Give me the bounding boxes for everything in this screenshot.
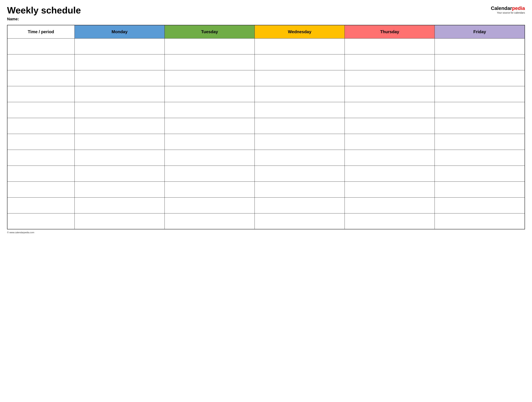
- schedule-cell[interactable]: [165, 150, 254, 166]
- schedule-cell[interactable]: [75, 150, 165, 166]
- schedule-cell[interactable]: [345, 182, 435, 197]
- schedule-cell[interactable]: [435, 102, 525, 118]
- schedule-cell[interactable]: [345, 134, 435, 150]
- logo-area: Calendarpedia Your source for calendars: [491, 5, 525, 14]
- schedule-cell[interactable]: [345, 197, 435, 213]
- schedule-cell[interactable]: [75, 102, 165, 118]
- schedule-cell[interactable]: [254, 86, 345, 102]
- time-cell[interactable]: [7, 197, 75, 213]
- schedule-cell[interactable]: [165, 38, 254, 54]
- schedule-cell[interactable]: [435, 118, 525, 134]
- page-header: Weekly schedule Name: Calendarpedia Your…: [7, 5, 525, 21]
- schedule-cell[interactable]: [75, 70, 165, 86]
- schedule-cell[interactable]: [75, 38, 165, 54]
- col-header-tuesday: Tuesday: [165, 25, 254, 38]
- schedule-cell[interactable]: [435, 134, 525, 150]
- col-header-wednesday: Wednesday: [254, 25, 345, 38]
- schedule-cell[interactable]: [345, 213, 435, 229]
- schedule-cell[interactable]: [254, 213, 345, 229]
- col-header-thursday: Thursday: [345, 25, 435, 38]
- time-cell[interactable]: [7, 38, 75, 54]
- schedule-cell[interactable]: [75, 213, 165, 229]
- footer: © www.calendarpedia.com: [7, 231, 525, 234]
- schedule-cell[interactable]: [345, 38, 435, 54]
- schedule-cell[interactable]: [254, 54, 345, 70]
- schedule-cell[interactable]: [435, 166, 525, 182]
- schedule-cell[interactable]: [165, 102, 254, 118]
- time-cell[interactable]: [7, 118, 75, 134]
- schedule-cell[interactable]: [165, 197, 254, 213]
- schedule-cell[interactable]: [435, 182, 525, 197]
- schedule-cell[interactable]: [435, 197, 525, 213]
- time-cell[interactable]: [7, 134, 75, 150]
- table-row: [7, 213, 525, 229]
- schedule-table: Time / period Monday Tuesday Wednesday T…: [7, 25, 525, 229]
- schedule-cell[interactable]: [75, 197, 165, 213]
- time-cell[interactable]: [7, 182, 75, 197]
- schedule-cell[interactable]: [75, 118, 165, 134]
- table-row: [7, 150, 525, 166]
- page-title: Weekly schedule: [7, 5, 81, 15]
- schedule-cell[interactable]: [254, 38, 345, 54]
- table-row: [7, 166, 525, 182]
- time-cell[interactable]: [7, 150, 75, 166]
- table-row: [7, 182, 525, 197]
- table-row: [7, 70, 525, 86]
- schedule-cell[interactable]: [165, 166, 254, 182]
- schedule-cell[interactable]: [165, 213, 254, 229]
- col-header-monday: Monday: [75, 25, 165, 38]
- time-cell[interactable]: [7, 166, 75, 182]
- schedule-cell[interactable]: [165, 70, 254, 86]
- schedule-cell[interactable]: [165, 118, 254, 134]
- table-row: [7, 38, 525, 54]
- schedule-cell[interactable]: [254, 182, 345, 197]
- schedule-cell[interactable]: [435, 213, 525, 229]
- table-row: [7, 54, 525, 70]
- time-cell[interactable]: [7, 86, 75, 102]
- schedule-cell[interactable]: [75, 134, 165, 150]
- time-cell[interactable]: [7, 70, 75, 86]
- schedule-cell[interactable]: [345, 70, 435, 86]
- logo-tagline: Your source for calendars: [497, 11, 525, 14]
- schedule-body: [7, 38, 525, 229]
- schedule-cell[interactable]: [254, 134, 345, 150]
- schedule-cell[interactable]: [254, 102, 345, 118]
- schedule-cell[interactable]: [254, 70, 345, 86]
- schedule-cell[interactable]: [75, 54, 165, 70]
- time-cell[interactable]: [7, 54, 75, 70]
- logo-text: Calendarpedia: [491, 5, 525, 11]
- schedule-cell[interactable]: [345, 54, 435, 70]
- schedule-cell[interactable]: [435, 70, 525, 86]
- schedule-cell[interactable]: [345, 150, 435, 166]
- table-row: [7, 197, 525, 213]
- schedule-cell[interactable]: [165, 134, 254, 150]
- schedule-cell[interactable]: [435, 86, 525, 102]
- table-row: [7, 134, 525, 150]
- col-header-time: Time / period: [7, 25, 75, 38]
- schedule-cell[interactable]: [165, 54, 254, 70]
- schedule-cell[interactable]: [254, 197, 345, 213]
- schedule-cell[interactable]: [435, 38, 525, 54]
- schedule-cell[interactable]: [254, 118, 345, 134]
- schedule-cell[interactable]: [254, 166, 345, 182]
- schedule-cell[interactable]: [345, 118, 435, 134]
- title-area: Weekly schedule Name:: [7, 5, 81, 21]
- logo-pedia: pedia: [512, 6, 525, 11]
- table-row: [7, 102, 525, 118]
- schedule-cell[interactable]: [75, 166, 165, 182]
- schedule-cell[interactable]: [435, 54, 525, 70]
- schedule-cell[interactable]: [345, 86, 435, 102]
- schedule-cell[interactable]: [165, 182, 254, 197]
- table-row: [7, 118, 525, 134]
- schedule-cell[interactable]: [165, 86, 254, 102]
- schedule-cell[interactable]: [75, 86, 165, 102]
- schedule-cell[interactable]: [345, 102, 435, 118]
- time-cell[interactable]: [7, 213, 75, 229]
- schedule-cell[interactable]: [75, 182, 165, 197]
- name-label: Name:: [7, 17, 81, 21]
- time-cell[interactable]: [7, 102, 75, 118]
- schedule-cell[interactable]: [435, 150, 525, 166]
- schedule-cell[interactable]: [254, 150, 345, 166]
- schedule-cell[interactable]: [345, 166, 435, 182]
- copyright-text: © www.calendarpedia.com: [7, 231, 34, 234]
